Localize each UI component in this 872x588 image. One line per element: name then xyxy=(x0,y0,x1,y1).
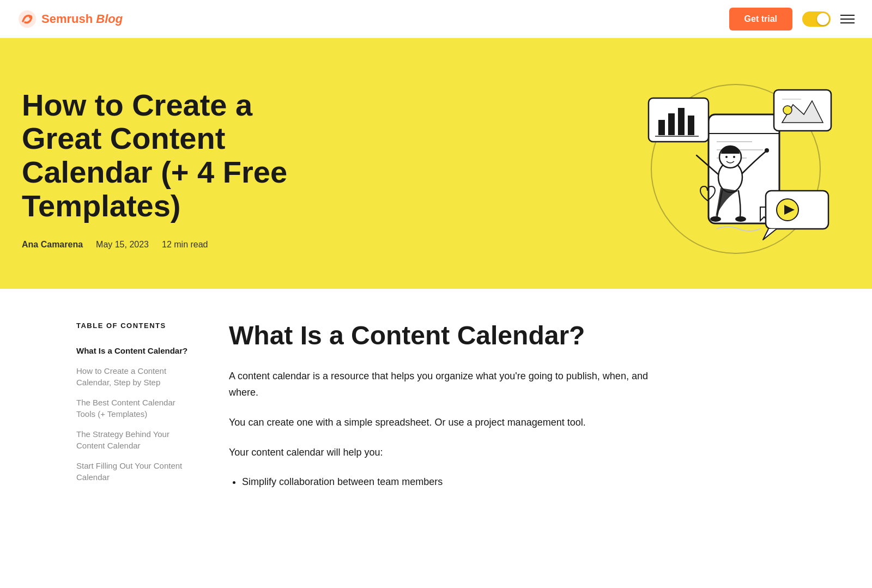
toc-link-2[interactable]: How to Create a Content Calendar, Step b… xyxy=(76,366,166,387)
navbar: Semrush Blog Get trial xyxy=(0,0,872,38)
article-paragraph-2: You can create one with a simple spreads… xyxy=(229,414,654,431)
article-paragraph-1: A content calendar is a resource that he… xyxy=(229,368,654,401)
get-trial-button[interactable]: Get trial xyxy=(729,8,792,31)
toc-list: What Is a Content Calendar? How to Creat… xyxy=(76,341,196,487)
article-bullet-item-1: Simplify collaboration between team memb… xyxy=(242,474,654,490)
svg-rect-12 xyxy=(688,116,694,135)
toc-item-3[interactable]: The Best Content Calendar Tools (+ Templ… xyxy=(76,392,196,424)
hero-read-time: 12 min read xyxy=(162,240,208,250)
hero-title: How to Create a Great Content Calendar (… xyxy=(22,88,305,222)
hero-author: Ana Camarena xyxy=(22,240,83,250)
toc-link-1[interactable]: What Is a Content Calendar? xyxy=(76,346,187,355)
svg-point-26 xyxy=(735,216,746,222)
hamburger-line-2 xyxy=(840,19,855,20)
svg-point-23 xyxy=(733,156,735,158)
svg-point-24 xyxy=(765,148,769,153)
logo-text: Semrush Blog xyxy=(41,12,123,26)
semrush-logo-icon xyxy=(17,9,37,29)
svg-point-0 xyxy=(19,10,36,28)
hero-illustration xyxy=(621,71,850,267)
svg-point-22 xyxy=(725,156,728,158)
article-bullet-list: Simplify collaboration between team memb… xyxy=(242,474,654,490)
hero-text-block: How to Create a Great Content Calendar (… xyxy=(22,88,305,250)
hero-banner: How to Create a Great Content Calendar (… xyxy=(0,38,872,289)
svg-point-25 xyxy=(710,216,721,222)
hero-meta: Ana Camarena May 15, 2023 12 min read xyxy=(22,240,305,250)
toggle-knob xyxy=(817,13,829,25)
theme-toggle[interactable] xyxy=(802,11,831,27)
toc-item-5[interactable]: Start Filling Out Your Content Calendar xyxy=(76,456,196,487)
hero-date: May 15, 2023 xyxy=(96,240,149,250)
hamburger-line-3 xyxy=(840,22,855,23)
article-paragraph-3: Your content calendar will help you: xyxy=(229,444,654,461)
nav-right: Get trial xyxy=(729,8,855,31)
hamburger-line-1 xyxy=(840,15,855,16)
svg-rect-9 xyxy=(658,120,665,135)
hamburger-menu[interactable] xyxy=(840,15,855,23)
toc-heading: TABLE OF CONTENTS xyxy=(76,322,196,330)
svg-point-1 xyxy=(29,15,32,19)
logo-link[interactable]: Semrush Blog xyxy=(17,9,123,29)
toc-link-3[interactable]: The Best Content Calendar Tools (+ Templ… xyxy=(76,398,175,419)
svg-rect-10 xyxy=(668,113,675,135)
svg-rect-11 xyxy=(678,108,685,135)
article-section-title: What Is a Content Calendar? xyxy=(229,322,654,350)
toc-link-5[interactable]: Start Filling Out Your Content Calendar xyxy=(76,461,182,482)
svg-point-15 xyxy=(783,106,792,114)
main-content: TABLE OF CONTENTS What Is a Content Cale… xyxy=(55,289,818,528)
hero-svg xyxy=(621,71,850,267)
toc-item-2[interactable]: How to Create a Content Calendar, Step b… xyxy=(76,361,196,392)
toc-link-4[interactable]: The Strategy Behind Your Content Calenda… xyxy=(76,429,169,450)
table-of-contents: TABLE OF CONTENTS What Is a Content Cale… xyxy=(76,322,196,495)
article-content: What Is a Content Calendar? A content ca… xyxy=(229,322,654,495)
toc-item-1[interactable]: What Is a Content Calendar? xyxy=(76,341,196,361)
svg-rect-14 xyxy=(774,90,831,131)
toc-item-4[interactable]: The Strategy Behind Your Content Calenda… xyxy=(76,424,196,456)
